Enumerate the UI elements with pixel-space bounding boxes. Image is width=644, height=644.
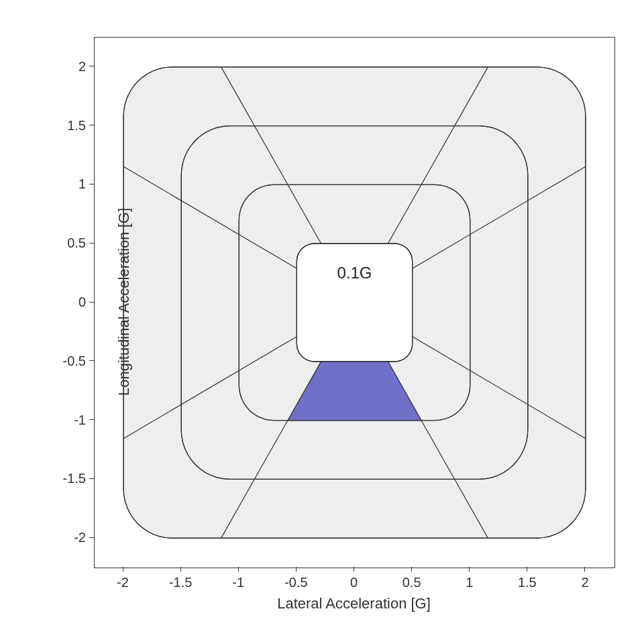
y-tick-mark — [89, 360, 94, 361]
x-tick-label: -0.5 — [284, 575, 307, 590]
x-tick-mark — [584, 567, 585, 572]
y-tick-mark — [89, 302, 94, 303]
y-tick-mark — [89, 478, 94, 479]
y-tick-label: -2 — [74, 530, 86, 545]
x-tick-mark — [527, 567, 527, 572]
x-tick-label: 0 — [350, 575, 358, 590]
x-tick-label: -1 — [232, 575, 244, 590]
x-tick-mark — [411, 567, 412, 572]
chart-svg — [95, 38, 614, 568]
x-tick-mark — [123, 567, 123, 572]
y-tick-label: 0.5 — [67, 235, 86, 251]
y-tick-label: 1.5 — [67, 117, 86, 133]
x-tick-mark — [296, 567, 297, 572]
y-tick-label: -1 — [74, 412, 86, 427]
y-tick-mark — [89, 537, 94, 538]
y-tick-mark — [89, 125, 94, 125]
x-tick-mark — [354, 567, 354, 572]
x-tick-label: 1.5 — [518, 575, 537, 590]
plot-area: 0.1G — [94, 37, 615, 568]
center-label: 0.1G — [337, 264, 372, 282]
y-tick-mark — [89, 184, 94, 184]
y-tick-label: 1 — [78, 176, 86, 192]
y-tick-label: -1.5 — [63, 471, 86, 486]
x-tick-mark — [180, 567, 181, 572]
x-tick-label: 2 — [581, 575, 588, 590]
y-tick-label: 0 — [78, 294, 86, 310]
x-tick-label: -1.5 — [169, 575, 192, 590]
y-tick-mark — [89, 419, 94, 420]
y-tick-label: 2 — [78, 58, 86, 74]
y-axis-label: Longitudinal Acceleration [G] — [115, 208, 133, 396]
x-tick-label: 0.5 — [402, 575, 421, 590]
x-tick-mark — [469, 567, 470, 572]
x-axis-label: Lateral Acceleration [G] — [277, 595, 431, 612]
y-tick-mark — [89, 66, 94, 66]
x-tick-label: -2 — [117, 575, 129, 590]
y-tick-label: -0.5 — [63, 353, 86, 368]
x-tick-label: 1 — [466, 575, 473, 590]
x-tick-mark — [238, 567, 239, 572]
y-tick-mark — [89, 243, 94, 244]
